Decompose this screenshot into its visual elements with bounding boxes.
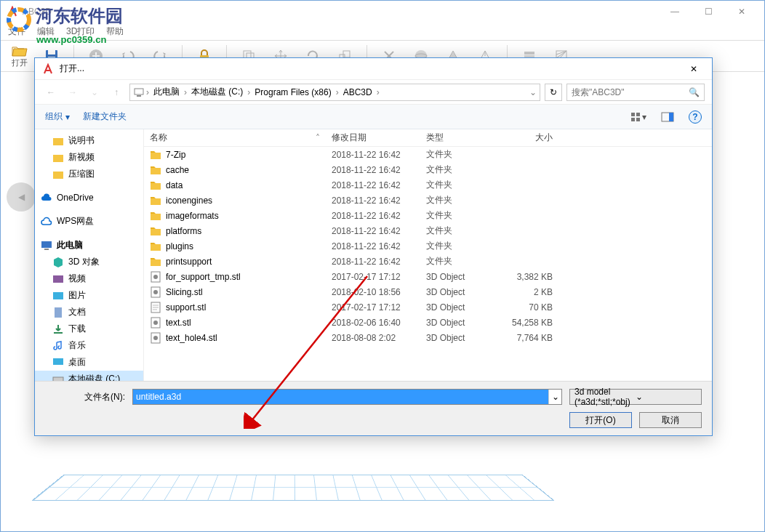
folder-tree[interactable]: 说明书 新视频 压缩图 OneDrive WPS网盘 此电脑 3D 对象 视频 …: [35, 129, 144, 381]
dialog-nav: ← → ⌄ ↑ › 此电脑› 本地磁盘 (C:)› Program Files …: [35, 80, 712, 105]
preview-pane-button[interactable]: [660, 109, 676, 125]
svg-rect-17: [135, 89, 143, 94]
svg-rect-30: [53, 275, 63, 283]
open-button[interactable]: 打开(O): [569, 412, 632, 428]
search-box[interactable]: 🔍: [566, 84, 705, 101]
open-file-dialog: 打开... ✕ ← → ⌄ ↑ › 此电脑› 本地磁盘 (C:)› Progra…: [34, 57, 713, 436]
menu-3dprint[interactable]: 3D打印: [66, 25, 95, 38]
documents-icon: [52, 307, 64, 318]
file-row[interactable]: printsupport2018-11-22 16:42文件夹: [144, 254, 712, 269]
stl-icon: [150, 271, 161, 283]
cancel-button[interactable]: 取消: [639, 412, 702, 428]
refresh-button[interactable]: ↻: [545, 84, 562, 101]
view-mode-button[interactable]: ▾: [630, 109, 646, 125]
folder-icon: [150, 241, 161, 252]
file-row[interactable]: text_hole4.stl2018-08-08 2:023D Object7,…: [144, 330, 712, 345]
crumb-thispc[interactable]: 此电脑: [151, 86, 183, 98]
file-row[interactable]: iconengines2018-11-22 16:42文件夹: [144, 193, 712, 208]
tree-music[interactable]: 音乐: [35, 337, 143, 354]
menu-help[interactable]: 帮助: [106, 25, 124, 38]
tree-diskc[interactable]: 本地磁盘 (C:): [35, 371, 143, 381]
folder-icon: [150, 195, 161, 206]
folder-icon: [52, 135, 64, 147]
pictures-icon: [52, 290, 64, 302]
file-row[interactable]: platforms2018-11-22 16:42文件夹: [144, 223, 712, 238]
svg-rect-19: [631, 113, 635, 116]
folder-icon: [150, 210, 161, 222]
crumb-dropdown-icon[interactable]: ⌄: [529, 87, 537, 97]
file-row[interactable]: cache2018-11-22 16:42文件夹: [144, 162, 712, 177]
file-list-header: 名称 ˄ 修改日期 类型 大小: [144, 129, 712, 147]
toolbar-open[interactable]: 打开: [7, 43, 33, 69]
svg-rect-27: [53, 172, 63, 179]
cloud-icon: [41, 192, 52, 203]
file-row[interactable]: support.stl2017-02-17 17:123D Object70 K…: [144, 299, 712, 315]
chevron-down-icon: ▾: [65, 112, 70, 122]
dialog-close-button[interactable]: ✕: [683, 58, 705, 80]
menu-edit[interactable]: 编辑: [37, 25, 55, 38]
crumb-disk[interactable]: 本地磁盘 (C:): [188, 86, 246, 98]
tree-wps[interactable]: WPS网盘: [35, 213, 143, 230]
crumb-programfiles[interactable]: Program Files (x86): [252, 87, 334, 97]
menu-file[interactable]: 文件: [8, 25, 25, 38]
nav-recent-button[interactable]: ⌄: [86, 84, 103, 101]
filetype-filter[interactable]: 3d model (*a3d;*stl;*obj)⌄: [569, 389, 702, 405]
tree-onedrive[interactable]: OneDrive: [35, 190, 143, 206]
pc-icon: [41, 240, 52, 251]
close-button[interactable]: ✕: [725, 1, 758, 23]
search-input[interactable]: [572, 87, 684, 97]
svg-rect-35: [151, 153, 161, 159]
tree-item[interactable]: 新视频: [35, 149, 143, 166]
file-row[interactable]: for_support_tmp.stl2017-02-17 17:123D Ob…: [144, 269, 712, 284]
file-row[interactable]: Slicing.stl2018-02-10 18:563D Object2 KB: [144, 284, 712, 299]
file-list[interactable]: 名称 ˄ 修改日期 类型 大小 7-Zip2018-11-22 16:42文件夹…: [144, 129, 712, 381]
music-icon: [52, 340, 64, 352]
dialog-footer: 文件名(N): ⌄ 3d model (*a3d;*stl;*obj)⌄ 打开(…: [35, 381, 712, 435]
tree-videos[interactable]: 视频: [35, 270, 143, 287]
breadcrumb[interactable]: › 此电脑› 本地磁盘 (C:)› Program Files (x86)› A…: [129, 84, 540, 101]
nav-up-button[interactable]: ↑: [108, 84, 125, 101]
tree-desktop[interactable]: 桌面: [35, 354, 143, 371]
svg-rect-20: [636, 113, 640, 116]
app-logo-icon: [7, 6, 18, 17]
svg-point-46: [153, 290, 158, 294]
newfolder-button[interactable]: 新建文件夹: [83, 110, 127, 123]
nav-forward-button[interactable]: →: [64, 84, 81, 101]
organize-button[interactable]: 组织 ▾: [45, 110, 70, 123]
svg-rect-41: [151, 244, 161, 251]
tree-thispc[interactable]: 此电脑: [35, 237, 143, 254]
filename-input[interactable]: [133, 390, 548, 404]
view-orbit-control[interactable]: ◀: [7, 182, 36, 211]
tree-3dobjects[interactable]: 3D 对象: [35, 254, 143, 270]
search-icon: 🔍: [689, 87, 700, 97]
filename-combo[interactable]: ⌄: [132, 389, 562, 405]
filename-label: 文件名(N):: [45, 391, 125, 403]
filename-dropdown-button[interactable]: ⌄: [548, 390, 561, 404]
column-type[interactable]: 类型: [420, 132, 500, 144]
crumb-app[interactable]: ABC3D: [340, 87, 375, 97]
column-name[interactable]: 名称 ˄: [144, 132, 326, 144]
file-row[interactable]: imageformats2018-11-22 16:42文件夹: [144, 208, 712, 223]
tree-pictures[interactable]: 图片: [35, 287, 143, 304]
drive-icon: [52, 374, 64, 382]
file-row[interactable]: text.stl2018-02-06 16:403D Object54,258 …: [144, 315, 712, 330]
column-size[interactable]: 大小: [500, 132, 558, 144]
dialog-toolbar: 组织 ▾ 新建文件夹 ▾ ?: [35, 105, 712, 129]
file-row[interactable]: data2018-11-22 16:42文件夹: [144, 177, 712, 193]
column-date[interactable]: 修改日期: [326, 132, 420, 144]
tree-documents[interactable]: 文档: [35, 304, 143, 321]
maximize-button[interactable]: ☐: [692, 1, 725, 23]
minimize-button[interactable]: —: [658, 1, 692, 23]
file-row[interactable]: plugins2018-11-22 16:42文件夹: [144, 238, 712, 254]
app-icon: [42, 63, 54, 75]
tree-item[interactable]: 压缩图: [35, 166, 143, 182]
nav-back-button[interactable]: ←: [42, 84, 60, 101]
stl-icon: [150, 332, 161, 344]
file-row[interactable]: 7-Zip2018-11-22 16:42文件夹: [144, 147, 712, 162]
svg-rect-18: [137, 95, 141, 97]
tree-item[interactable]: 说明书: [35, 132, 143, 149]
tree-downloads[interactable]: 下载: [35, 321, 143, 337]
build-plate-grid: [31, 475, 555, 501]
folder-icon: [150, 256, 161, 267]
help-button[interactable]: ?: [689, 110, 702, 124]
